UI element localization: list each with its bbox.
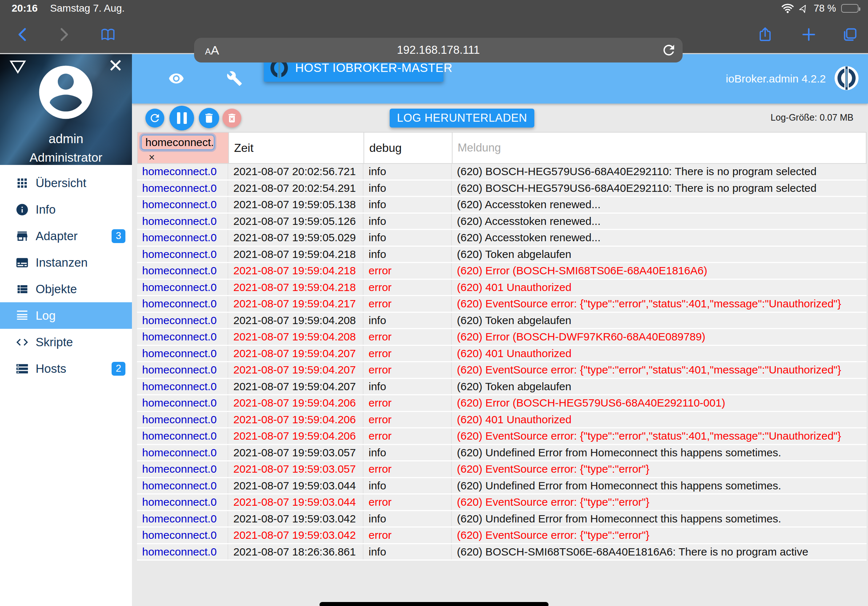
log-row[interactable]: homeconnect.02021-08-07 19:59:05.138info… bbox=[137, 197, 866, 213]
tabs-button[interactable] bbox=[842, 26, 859, 43]
hosts-icon bbox=[15, 362, 29, 376]
message-filter-input[interactable] bbox=[457, 141, 847, 155]
clear-log-on-disk-button[interactable] bbox=[222, 109, 241, 128]
log-row[interactable]: homeconnect.02021-08-07 19:59:03.044info… bbox=[137, 478, 866, 495]
log-cell-src: homeconnect.0 bbox=[137, 445, 228, 461]
log-row[interactable]: homeconnect.02021-08-07 19:59:03.057erro… bbox=[137, 461, 866, 478]
log-row[interactable]: homeconnect.02021-08-07 19:59:04.207info… bbox=[137, 379, 866, 396]
download-log-button[interactable]: LOG HERUNTERLADEN bbox=[390, 109, 534, 128]
log-cell-sev: info bbox=[363, 181, 452, 196]
sidebar: ✕ admin Administrator Übersicht Info Ada… bbox=[0, 53, 132, 606]
trash-icon bbox=[203, 112, 215, 124]
instances-icon bbox=[15, 256, 29, 270]
pause-log-button[interactable] bbox=[169, 106, 194, 130]
log-cell-msg: (620) Accesstoken renewed... bbox=[452, 230, 866, 246]
visibility-eye-icon[interactable] bbox=[168, 71, 184, 87]
log-row[interactable]: homeconnect.02021-08-07 19:59:05.029info… bbox=[137, 230, 866, 247]
log-rows: homeconnect.02021-08-07 20:02:56.721info… bbox=[137, 164, 866, 561]
pause-icon bbox=[177, 112, 187, 124]
store-icon bbox=[15, 229, 29, 243]
log-cell-sev: error bbox=[363, 395, 452, 411]
log-row[interactable]: homeconnect.02021-08-07 19:59:04.217erro… bbox=[137, 296, 866, 313]
log-row[interactable]: homeconnect.02021-08-07 19:59:04.206erro… bbox=[137, 412, 866, 429]
close-icon[interactable]: ✕ bbox=[108, 55, 123, 76]
code-icon bbox=[15, 335, 29, 349]
log-cell-time: 2021-08-07 20:02:56.721 bbox=[228, 164, 363, 179]
zeit-column-header: Zeit bbox=[229, 133, 364, 163]
sidebar-item-hosts[interactable]: Hosts 2 bbox=[0, 355, 132, 382]
source-filter-input[interactable] bbox=[141, 134, 215, 150]
log-row[interactable]: homeconnect.02021-08-07 19:59:04.218erro… bbox=[137, 263, 866, 280]
log-cell-src: homeconnect.0 bbox=[137, 263, 228, 279]
sidebar-item-info[interactable]: Info bbox=[0, 196, 132, 223]
log-cell-src: homeconnect.0 bbox=[137, 379, 228, 394]
filter-clear-button[interactable]: × bbox=[149, 152, 155, 164]
log-cell-src: homeconnect.0 bbox=[137, 362, 228, 378]
sidebar-item-adapter[interactable]: Adapter 3 bbox=[0, 223, 132, 249]
log-cell-src: homeconnect.0 bbox=[137, 412, 228, 428]
log-cell-src: homeconnect.0 bbox=[137, 395, 228, 411]
sidebar-item-instanzen[interactable]: Instanzen bbox=[0, 249, 132, 276]
back-button[interactable] bbox=[14, 26, 31, 43]
log-row[interactable]: homeconnect.02021-08-07 19:59:04.208erro… bbox=[137, 329, 866, 346]
log-row[interactable]: homeconnect.02021-08-07 19:59:05.126info… bbox=[137, 213, 866, 230]
log-cell-src: homeconnect.0 bbox=[137, 230, 228, 246]
url-field[interactable]: AA 192.168.178.111 bbox=[194, 38, 683, 62]
log-lines-icon bbox=[15, 309, 29, 323]
share-button[interactable] bbox=[757, 26, 773, 43]
log-cell-msg: (620) BOSCH-SMI68TS06E-68A40E1816A6: The… bbox=[452, 544, 866, 560]
log-cell-sev: info bbox=[363, 230, 452, 246]
log-row[interactable]: homeconnect.02021-08-07 19:59:03.057info… bbox=[137, 445, 866, 462]
log-row[interactable]: homeconnect.02021-08-07 19:59:04.208info… bbox=[137, 313, 866, 329]
log-cell-time: 2021-08-07 19:59:05.029 bbox=[228, 230, 363, 246]
log-table-header: × Zeit debug bbox=[137, 132, 866, 164]
log-cell-time: 2021-08-07 19:59:04.208 bbox=[228, 313, 363, 328]
clear-log-button[interactable] bbox=[199, 108, 219, 128]
refresh-log-button[interactable] bbox=[146, 109, 164, 128]
wrench-icon[interactable] bbox=[226, 71, 242, 87]
sidebar-item-objekte[interactable]: Objekte bbox=[0, 276, 132, 302]
log-row[interactable]: homeconnect.02021-08-07 19:59:04.218info… bbox=[137, 247, 866, 263]
log-row[interactable]: homeconnect.02021-08-07 19:59:03.042info… bbox=[137, 511, 866, 528]
log-cell-time: 2021-08-07 19:59:04.206 bbox=[228, 412, 363, 428]
url-text: 192.168.178.111 bbox=[194, 43, 683, 57]
log-row[interactable]: homeconnect.02021-08-07 19:59:04.206erro… bbox=[137, 395, 866, 412]
log-row[interactable]: homeconnect.02021-08-07 19:59:04.207erro… bbox=[137, 346, 866, 363]
sidebar-item-skripte[interactable]: Skripte bbox=[0, 329, 132, 355]
log-cell-sev: info bbox=[363, 511, 452, 527]
severity-filter-select[interactable]: debug bbox=[364, 133, 453, 163]
log-row[interactable]: homeconnect.02021-08-07 19:59:03.042erro… bbox=[137, 527, 866, 544]
sidebar-item-log[interactable]: Log bbox=[0, 302, 132, 329]
collapse-triangle-icon[interactable] bbox=[9, 60, 26, 74]
log-row[interactable]: homeconnect.02021-08-07 18:26:36.861info… bbox=[137, 544, 866, 561]
log-cell-sev: info bbox=[363, 247, 452, 262]
log-cell-time: 2021-08-07 19:59:04.217 bbox=[228, 296, 363, 312]
log-cell-time: 2021-08-07 19:59:03.057 bbox=[228, 445, 363, 461]
log-cell-time: 2021-08-07 19:59:04.218 bbox=[228, 280, 363, 295]
log-row[interactable]: homeconnect.02021-08-07 19:59:03.044erro… bbox=[137, 495, 866, 511]
new-tab-button[interactable] bbox=[800, 26, 817, 43]
log-cell-src: homeconnect.0 bbox=[137, 247, 228, 262]
home-indicator[interactable] bbox=[319, 602, 549, 606]
log-cell-msg: (620) Accesstoken renewed... bbox=[452, 197, 866, 213]
reload-button[interactable] bbox=[661, 42, 677, 58]
wifi-icon bbox=[781, 3, 794, 14]
forward-button[interactable] bbox=[55, 26, 72, 43]
log-cell-src: homeconnect.0 bbox=[137, 544, 228, 560]
log-row[interactable]: homeconnect.02021-08-07 19:59:04.207erro… bbox=[137, 362, 866, 379]
log-cell-src: homeconnect.0 bbox=[137, 164, 228, 179]
log-cell-src: homeconnect.0 bbox=[137, 213, 228, 229]
log-cell-src: homeconnect.0 bbox=[137, 461, 228, 477]
location-icon bbox=[799, 4, 808, 13]
bookmarks-icon[interactable] bbox=[99, 26, 116, 43]
log-row[interactable]: homeconnect.02021-08-07 19:59:04.206erro… bbox=[137, 428, 866, 445]
version-label: ioBroker.admin 4.2.2 bbox=[726, 73, 826, 85]
log-cell-msg: (620) EventSource error: {"type":"error"… bbox=[452, 428, 866, 444]
log-cell-sev: info bbox=[363, 213, 452, 229]
sidebar-item-uebersicht[interactable]: Übersicht bbox=[0, 170, 132, 196]
log-cell-msg: (620) Token abgelaufen bbox=[452, 379, 866, 394]
log-row[interactable]: homeconnect.02021-08-07 19:59:04.218erro… bbox=[137, 280, 866, 297]
log-row[interactable]: homeconnect.02021-08-07 20:02:54.291info… bbox=[137, 181, 866, 197]
log-row[interactable]: homeconnect.02021-08-07 20:02:56.721info… bbox=[137, 164, 866, 181]
avatar bbox=[34, 60, 98, 124]
